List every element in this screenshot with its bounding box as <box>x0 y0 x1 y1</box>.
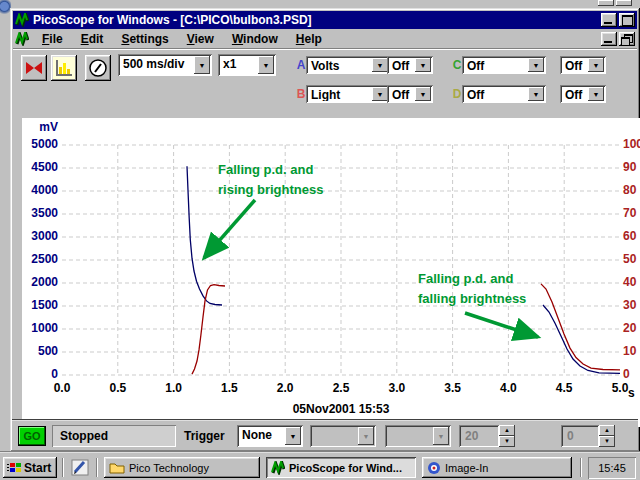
channel-b-range-select[interactable]: Off ▼ <box>387 85 433 103</box>
task-pico-technology[interactable]: Pico Technology <box>104 457 260 478</box>
folder-icon <box>109 461 125 474</box>
picoscope-app-icon <box>15 13 29 27</box>
trigger-channel-select[interactable]: ▼ <box>310 425 376 447</box>
channel-c-source-select[interactable]: Off ▼ <box>462 56 546 74</box>
timebase-select[interactable]: 500 ms/div ▼ <box>118 54 212 76</box>
channel-b-label: B <box>296 87 306 101</box>
y-axis-tick-right: 90 <box>623 160 640 174</box>
channel-b-source-select[interactable]: Light ▼ <box>306 85 390 103</box>
menu-edit[interactable]: Edit <box>72 30 113 48</box>
maximize-button[interactable] <box>619 13 635 27</box>
task-picoscope[interactable]: PicoScope for Wind... <box>266 457 416 478</box>
y-axis-tick-right: 20 <box>623 321 640 335</box>
menu-window[interactable]: Window <box>223 30 287 48</box>
title-bar: PicoScope for Windows - [C:\PICO\bulbon3… <box>13 11 637 29</box>
toolbar: 500 ms/div ▼ x1 ▼ A Volts ▼ Off ▼ C Off … <box>13 48 637 110</box>
channel-a-range-select[interactable]: Off ▼ <box>387 56 433 74</box>
chevron-down-icon[interactable]: ▼ <box>194 56 210 74</box>
x-axis-tick: 3.5 <box>433 381 473 395</box>
x-axis-tick: 0.0 <box>42 381 82 395</box>
trigger-label: Trigger <box>184 429 225 443</box>
menu-settings[interactable]: Settings <box>112 30 177 48</box>
channel-a-source-select[interactable]: Volts ▼ <box>306 56 390 74</box>
chevron-down-icon[interactable]: ▼ <box>528 58 544 72</box>
channel-c-label: C <box>452 58 462 72</box>
trigger-threshold-field[interactable]: 20 <box>459 425 499 447</box>
multiplier-select[interactable]: x1 ▼ <box>218 54 276 76</box>
taskbar: Start Pico Technology PicoScope for Wind… <box>0 452 640 480</box>
chart-timestamp: 05Nov2001 15:53 <box>62 402 620 416</box>
trigger-threshold-stepper[interactable]: ▲ ▼ <box>499 425 515 447</box>
chevron-down-icon[interactable]: ▼ <box>372 87 388 101</box>
channel-c-range-select[interactable]: Off ▼ <box>560 56 606 74</box>
x-axis-tick: 0.5 <box>98 381 138 395</box>
y-axis-tick-right: 0 <box>623 367 640 381</box>
y-axis-tick-left: 2500 <box>22 252 58 266</box>
menu-help[interactable]: Help <box>287 30 331 48</box>
trigger-mode-select[interactable]: None ▼ <box>237 425 303 447</box>
y-axis-tick-right: 80 <box>623 183 640 197</box>
x-axis-tick: 2.0 <box>265 381 305 395</box>
trigger-direction-select[interactable]: ▼ <box>385 425 451 447</box>
chevron-down-icon[interactable]: ▼ <box>258 56 274 74</box>
y-axis-tick-left: 5000 <box>22 137 58 151</box>
chevron-down-icon: ▼ <box>358 427 374 445</box>
taskbar-divider <box>580 458 582 477</box>
channel-d-label: D <box>452 87 462 101</box>
spin-down-icon[interactable]: ▼ <box>599 436 615 447</box>
picoscope-window: PicoScope for Windows - [C:\PICO\bulbon3… <box>10 8 640 452</box>
trigger-delay-stepper[interactable]: ▲ ▼ <box>599 425 615 447</box>
status-bar: GO Stopped Trigger None ▼ ▼ ▼ 20 ▲ ▼ 0 ▲… <box>12 419 638 450</box>
y-axis-tick-left: 4000 <box>22 183 58 197</box>
scope-waveform-icon <box>23 57 45 79</box>
chevron-down-icon[interactable]: ▼ <box>415 87 431 101</box>
spin-up-icon[interactable]: ▲ <box>499 425 515 436</box>
y-axis-tick-right: 30 <box>623 298 640 312</box>
spectrum-view-button[interactable] <box>51 55 77 81</box>
menu-file[interactable]: File <box>33 30 72 48</box>
mdi-minimize-button[interactable] <box>601 32 617 46</box>
y-axis-tick-left: 4500 <box>22 160 58 174</box>
x-axis-tick: 3.0 <box>377 381 417 395</box>
background-window-button-fragment <box>616 0 632 6</box>
y-axis-tick-right: 70 <box>623 206 640 220</box>
y-axis-tick-left: 3500 <box>22 206 58 220</box>
chevron-down-icon[interactable]: ▼ <box>415 58 431 72</box>
pencil-icon <box>70 458 90 477</box>
channel-a-label: A <box>296 58 306 72</box>
y-axis-tick-right: 40 <box>623 275 640 289</box>
chevron-down-icon[interactable]: ▼ <box>528 87 544 101</box>
trigger-delay-field[interactable]: 0 <box>561 425 599 447</box>
arrow-down-right-icon <box>465 313 538 337</box>
document-system-icon <box>15 32 29 46</box>
taskbar-divider <box>62 458 64 477</box>
y-axis-tick-left: 0 <box>22 367 58 381</box>
meter-view-button[interactable] <box>85 55 111 81</box>
y-axis-tick-right: 50 <box>623 252 640 266</box>
menu-view[interactable]: View <box>178 30 223 48</box>
chevron-down-icon[interactable]: ▼ <box>588 58 604 72</box>
chevron-down-icon: ▼ <box>433 427 449 445</box>
meter-dial-icon <box>87 57 109 79</box>
quick-launch-icon[interactable] <box>70 458 90 477</box>
y-axis-tick-left: 2000 <box>22 275 58 289</box>
task-image-in[interactable]: Image-In <box>422 457 572 478</box>
minimize-button[interactable] <box>601 13 617 27</box>
spin-down-icon[interactable]: ▼ <box>499 436 515 447</box>
y-axis-tick-left: 3000 <box>22 229 58 243</box>
chevron-down-icon[interactable]: ▼ <box>372 58 388 72</box>
start-button[interactable]: Start <box>3 457 57 478</box>
chevron-down-icon[interactable]: ▼ <box>285 427 301 445</box>
y-axis-tick-left: 1000 <box>22 321 58 335</box>
scope-view-button[interactable] <box>21 55 47 81</box>
arrow-down-left-icon <box>204 200 255 258</box>
y-axis-tick-left: 500 <box>22 344 58 358</box>
channel-d-range-select[interactable]: Off ▼ <box>560 85 606 103</box>
chevron-down-icon[interactable]: ▼ <box>588 87 604 101</box>
channel-d-source-select[interactable]: Off ▼ <box>462 85 546 103</box>
taskbar-clock: 15:45 <box>588 457 636 479</box>
go-button[interactable]: GO <box>18 426 46 446</box>
mdi-restore-button[interactable] <box>619 32 635 46</box>
x-axis-tick: 5.0 <box>600 381 640 395</box>
spin-up-icon[interactable]: ▲ <box>599 425 615 436</box>
